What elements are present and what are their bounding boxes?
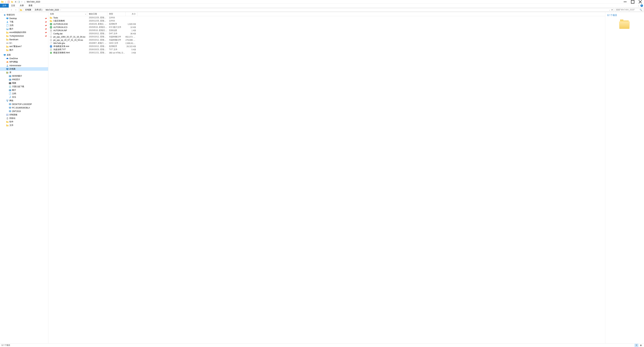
svg-rect-62 (8, 115, 8, 115)
tree-item[interactable]: WPS网盘 (0, 60, 48, 64)
address-dropdown-icon[interactable]: ⌄ (609, 9, 610, 11)
breadcrumb-item[interactable]: 此电脑 (25, 8, 32, 11)
svg-rect-68 (50, 17, 52, 19)
tree-item[interactable]: 图片📌 (0, 27, 48, 31)
view-large-icons-button[interactable]: ▦ (639, 344, 643, 347)
tree-item-label: 天翼云盘下载 (12, 85, 24, 88)
chevron-right-icon[interactable]: › (32, 9, 34, 11)
tree-item[interactable]: ZMT2019 (0, 109, 48, 113)
column-header-size[interactable]: 大小 (126, 12, 138, 16)
tree-item[interactable]: 软件 (0, 120, 48, 124)
tree-item[interactable]: 文档 (0, 92, 48, 95)
chevron-right-icon[interactable]: › (60, 9, 62, 11)
chevron-right-icon[interactable]: › (23, 9, 24, 11)
file-row[interactable]: 本地硬盘安装.exe2020/10/12, 星期一 1...应用程序28,315… (48, 45, 605, 48)
tree-item[interactable]: 保存的图片 (0, 74, 48, 78)
file-row[interactable]: AUTORUN.ICO2015/5/10, 星期日 02...ICO 图片文件1… (48, 26, 605, 29)
tree-item[interactable]: PC-20190530OBLA (0, 106, 48, 109)
qat-newfolder-icon[interactable] (11, 0, 14, 3)
txt-icon (50, 48, 52, 51)
tree-item[interactable]: Bandicam (0, 38, 48, 41)
svg-rect-26 (6, 46, 7, 46)
file-row[interactable]: 硬盘安装教程.html2016/11/21, 星期一 2...360 se HT… (48, 51, 605, 54)
preview-title: 12 个项目 (607, 14, 642, 17)
tree-item[interactable]: Desktop📌 (0, 16, 48, 20)
tree-item[interactable]: 控制面板 (0, 113, 48, 116)
nav-forward-button[interactable]: → (5, 8, 9, 12)
tree-item[interactable]: 视频 (0, 81, 48, 85)
tree-quick-access[interactable]: 快速访问 (0, 13, 48, 16)
search-input[interactable]: 搜索"Win7x64_2020" 🔍 (615, 8, 643, 12)
file-row[interactable]: pe_yqs_1064_20_07_31_16_04.iso2020/10/12… (48, 35, 605, 38)
pictures-icon (6, 28, 9, 30)
tree-item[interactable]: YUNQISHI2019📌 (0, 34, 48, 38)
tree-item-label: G:\ (10, 42, 12, 44)
file-row[interactable]: pe_yqs_xp_20_07_31_15_53.iso2020/10/12, … (48, 38, 605, 41)
lib-pic-icon (9, 75, 12, 77)
file-row[interactable]: U盘安装教程2020/12/25, 星期五 1...文件夹 (48, 19, 605, 22)
tree-item[interactable]: excel表格制作求和📌 (0, 31, 48, 34)
tree-item[interactable]: 音乐 (0, 95, 48, 99)
close-button[interactable] (636, 0, 644, 4)
ribbon-tab-view[interactable]: 查看 (26, 4, 35, 7)
tree-item[interactable]: DESKTOP-LSSOEDP (0, 102, 48, 106)
tree-item[interactable]: 天翼云盘下载 (0, 85, 48, 88)
blank-icon (50, 42, 52, 44)
tree-item[interactable]: 下载📌 (0, 20, 48, 24)
svg-rect-60 (8, 114, 8, 115)
tree-desktop[interactable]: 桌面 (0, 53, 48, 57)
qat-properties-icon[interactable] (8, 0, 10, 3)
qat-rename-icon[interactable] (18, 0, 20, 3)
refresh-icon[interactable]: ⟳ (611, 9, 613, 11)
file-row[interactable]: Win7x64.gho2019/9/7, 星期六 19:...GHO 文件2,9… (48, 41, 605, 45)
file-size: 3 KB (126, 52, 138, 54)
view-details-button[interactable]: ☰ (634, 344, 638, 347)
computer-icon (9, 110, 12, 113)
file-row[interactable]: 光盘说明.TXT2016/10/23, 星期日 0...TXT 文件5 KB (48, 48, 605, 51)
tree-item[interactable]: Administrator (0, 64, 48, 67)
tree-item[interactable]: 图片 (0, 48, 48, 52)
file-row[interactable]: AUTORUN.INF2015/5/10, 星期日 02...安装信息1 KB (48, 29, 605, 32)
file-row[interactable]: Config.dat2020/10/12, 星期一 1...DAT 文件36 K… (48, 32, 605, 35)
nav-up-button[interactable]: ↑ (14, 8, 18, 12)
search-icon[interactable]: 🔍 (640, 9, 642, 11)
tree-item-label: PC-20190530OBLA (12, 107, 30, 109)
qat-delete-icon[interactable] (14, 0, 17, 3)
ribbon-tab-home[interactable]: 主页 (9, 4, 18, 7)
column-header-name[interactable]: 名称▴ (48, 12, 87, 16)
nav-recent-button[interactable]: ▾ (10, 8, 14, 12)
column-header-type[interactable]: 类型 (107, 12, 126, 16)
minimize-button[interactable] (621, 0, 629, 4)
navigation-tree[interactable]: 快速访问Desktop📌下载📌文档📌图片📌excel表格制作求和📌YUNQISH… (0, 12, 48, 343)
tree-item[interactable]: 文档📌 (0, 24, 48, 27)
breadcrumb-item[interactable]: Win7x64_2020 (45, 9, 59, 11)
expand-ribbon-icon[interactable]: ⌄ (638, 4, 640, 7)
file-name: Tools (53, 16, 58, 19)
svg-point-75 (50, 27, 52, 28)
tree-item[interactable]: 此电脑 (0, 67, 48, 71)
tree-network[interactable]: 网络 (0, 99, 48, 102)
tree-item[interactable]: G:\ (0, 41, 48, 45)
tree-item[interactable]: 库 (0, 71, 48, 74)
file-row[interactable]: Tools2020/12/25, 星期五 1...文件夹 (48, 16, 605, 19)
address-bar[interactable]: › 此电脑 › 文档 (E:) › Win7x64_2020 › ⌄ ⟳ (19, 8, 614, 12)
column-header-date[interactable]: 修改日期 (87, 12, 107, 16)
tree-item[interactable]: 图片 (0, 88, 48, 92)
network-icon (6, 99, 9, 102)
file-row[interactable]: AUTORUN.EXE2016/1/8, 星期五 04:...应用程序1,926… (48, 22, 605, 26)
breadcrumb-item[interactable]: 文档 (E:) (34, 8, 43, 11)
ribbon-tab-share[interactable]: 共享 (18, 4, 26, 7)
tree-item[interactable]: 本机照片 (0, 78, 48, 81)
qat-dropdown-icon[interactable]: ▾ (21, 1, 23, 3)
help-icon[interactable]: ? (640, 4, 643, 7)
tree-item[interactable]: 回收站 (0, 116, 48, 120)
tree-item[interactable]: OneDrive (0, 57, 48, 60)
tree-item[interactable]: win7重装win7 (0, 45, 48, 48)
nav-back-button[interactable]: ← (1, 8, 5, 12)
maximize-button[interactable] (629, 0, 636, 4)
lib-doc-icon (9, 92, 12, 95)
ribbon-tab-file[interactable]: 文件 (0, 4, 9, 7)
lib-pic-icon (9, 89, 12, 91)
chevron-right-icon[interactable]: › (43, 9, 45, 11)
tree-item[interactable]: 文件 (0, 124, 48, 127)
